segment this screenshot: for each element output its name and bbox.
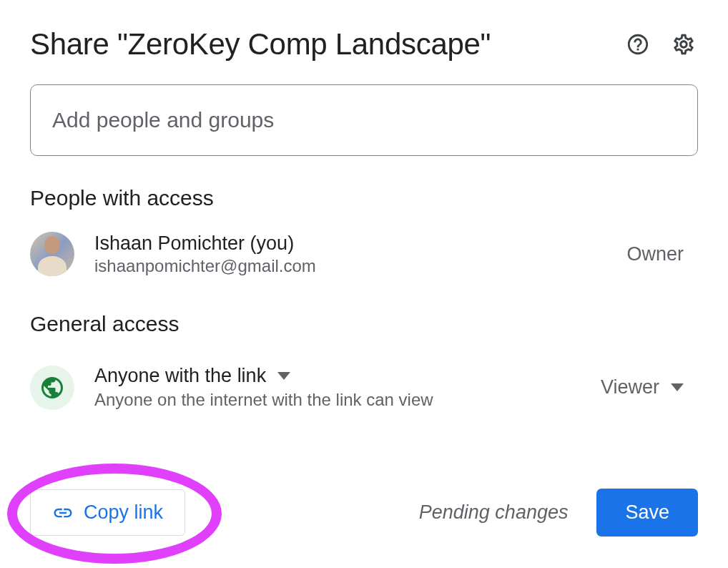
link-icon: [52, 502, 74, 524]
avatar: [30, 232, 74, 276]
person-name: Ishaan Pomichter (you): [94, 232, 626, 255]
settings-button[interactable]: [669, 30, 698, 59]
dialog-header: Share "ZeroKey Comp Landscape": [30, 27, 698, 62]
role-dropdown[interactable]: Viewer: [601, 376, 684, 398]
general-access-row: Anyone with the link Anyone on the inter…: [30, 351, 698, 424]
access-scope-label: Anyone with the link: [94, 365, 266, 387]
dialog-title: Share "ZeroKey Comp Landscape": [30, 27, 491, 62]
gear-icon: [672, 32, 696, 57]
general-access-section: General access Anyone with the link Anyo…: [30, 312, 698, 424]
public-access-icon-circle: [30, 366, 74, 410]
copy-link-button[interactable]: Copy link: [30, 489, 185, 536]
copy-link-label: Copy link: [84, 501, 163, 524]
people-access-heading: People with access: [30, 186, 698, 210]
header-icons: [624, 30, 698, 59]
chevron-down-icon: [277, 372, 290, 380]
save-button[interactable]: Save: [596, 489, 698, 537]
footer-right: Pending changes Save: [419, 489, 698, 537]
access-info: Anyone with the link Anyone on the inter…: [94, 365, 601, 410]
general-access-heading: General access: [30, 312, 698, 336]
add-people-input[interactable]: [30, 84, 698, 156]
pending-changes-text: Pending changes: [419, 501, 569, 524]
person-info: Ishaan Pomichter (you) ishaanpomichter@g…: [94, 232, 626, 276]
role-dropdown-label: Viewer: [601, 376, 659, 398]
person-row-owner: Ishaan Pomichter (you) ishaanpomichter@g…: [30, 225, 698, 296]
access-scope-dropdown[interactable]: Anyone with the link: [94, 365, 601, 387]
access-description: Anyone on the internet with the link can…: [94, 390, 601, 410]
chevron-down-icon: [671, 383, 684, 391]
help-icon: [626, 32, 650, 57]
share-dialog: Share "ZeroKey Comp Landscape" People wi…: [0, 0, 728, 568]
person-email: ishaanpomichter@gmail.com: [94, 256, 626, 276]
help-button[interactable]: [624, 30, 652, 59]
dialog-footer: Copy link Pending changes Save: [30, 489, 698, 537]
owner-role: Owner: [626, 243, 684, 265]
globe-icon: [39, 375, 65, 401]
